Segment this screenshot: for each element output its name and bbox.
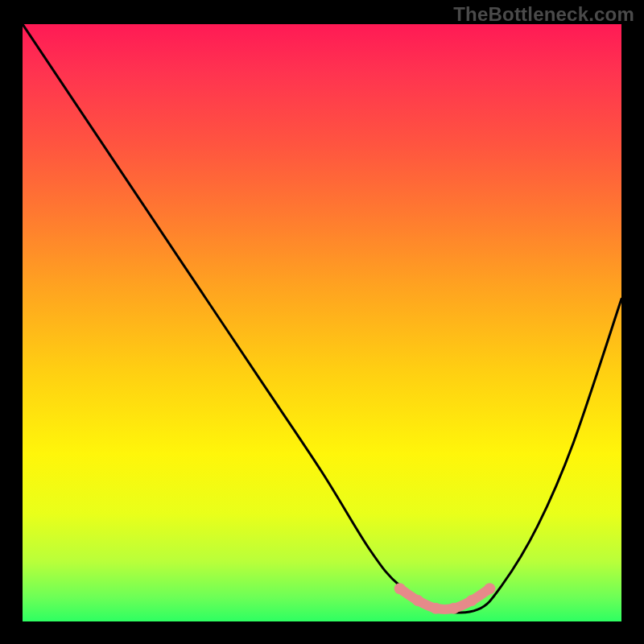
optimal-dot [484, 583, 495, 594]
optimal-dot [394, 583, 406, 594]
optimal-dot [448, 603, 460, 614]
optimal-dot [412, 595, 423, 606]
bottleneck-curve-path [23, 24, 621, 613]
chart-frame: TheBottleneck.com [0, 0, 644, 644]
optimal-dot [466, 595, 477, 606]
optimal-dot [430, 603, 441, 614]
watermark-text: TheBottleneck.com [453, 3, 634, 26]
plot-area [23, 24, 621, 621]
curve-layer [23, 24, 621, 621]
